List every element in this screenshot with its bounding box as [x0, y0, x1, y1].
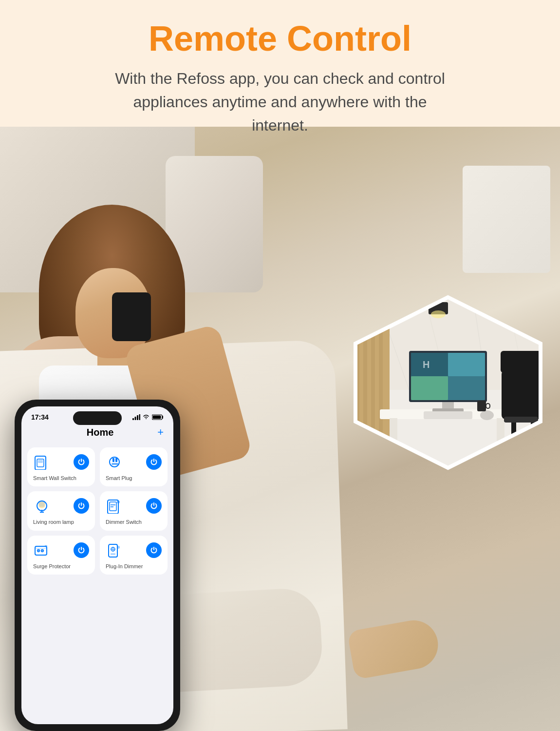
svg-rect-41 [139, 414, 141, 420]
dynamic-island [73, 411, 122, 425]
person-feet [347, 616, 442, 680]
svg-rect-40 [137, 415, 138, 420]
device-name-lamp: Living room lamp [33, 519, 89, 525]
device-card-lamp[interactable]: Living room lamp [27, 491, 95, 530]
svg-rect-48 [112, 458, 114, 462]
svg-rect-43 [153, 416, 161, 419]
status-icons [132, 414, 164, 420]
power-button-surge[interactable] [74, 542, 89, 558]
phone-mockup: 17:34 [15, 400, 180, 731]
svg-rect-24 [448, 353, 485, 376]
device-card-plugin-dimmer[interactable]: Plug-In Dimmer [100, 536, 168, 575]
device-name-plug: Smart Plug [106, 475, 162, 481]
signal-icon [132, 414, 140, 420]
main-title: Remote Control [49, 19, 511, 58]
svg-rect-36 [486, 404, 490, 408]
svg-point-59 [117, 500, 120, 503]
svg-rect-9 [363, 292, 367, 439]
switch-icon [33, 453, 51, 471]
battery-icon [152, 414, 164, 420]
dimmer-icon [106, 497, 123, 515]
power-button-dimmer[interactable] [146, 498, 162, 514]
svg-rect-56 [110, 502, 116, 511]
header: Remote Control With the Refoss app, you … [0, 0, 560, 152]
app-title: Home [43, 427, 157, 438]
plug-icon [106, 453, 123, 471]
svg-point-74 [117, 546, 120, 549]
hexagon-office: H [351, 292, 545, 473]
phone-screen: 17:34 [21, 406, 173, 724]
svg-rect-50 [112, 463, 118, 465]
svg-rect-46 [38, 460, 43, 463]
device-card-smart-plug[interactable]: Smart Plug [100, 447, 168, 486]
svg-rect-68 [45, 545, 47, 547]
power-button-switch[interactable] [74, 454, 89, 470]
wifi-status-icon [142, 414, 150, 420]
phone-frame: 17:34 [15, 400, 180, 731]
person-phone-prop [112, 292, 151, 341]
svg-point-15 [431, 310, 446, 318]
svg-rect-35 [477, 401, 486, 411]
device-name-dimmer: Dimmer Switch [106, 519, 162, 525]
plugin-dimmer-icon [106, 541, 123, 559]
device-card-surge[interactable]: Surge Protector [27, 536, 95, 575]
svg-rect-25 [411, 376, 448, 400]
svg-point-29 [480, 410, 494, 420]
app-header: Home + [21, 423, 173, 443]
svg-rect-39 [135, 417, 136, 420]
svg-rect-38 [132, 418, 134, 420]
device-name-plugin: Plug-In Dimmer [106, 563, 162, 570]
add-device-button[interactable]: + [157, 426, 164, 439]
svg-rect-10 [371, 292, 375, 439]
device-card-dimmer[interactable]: Dimmer Switch [100, 491, 168, 530]
device-name-surge: Surge Protector [33, 563, 89, 570]
subtitle: With the Refoss app, you can check and c… [110, 67, 450, 137]
status-time: 17:34 [31, 413, 49, 421]
nightstand [463, 166, 550, 273]
svg-rect-12 [394, 302, 414, 314]
svg-rect-28 [424, 411, 472, 419]
surge-icon [33, 541, 51, 559]
svg-rect-33 [504, 417, 538, 423]
device-card-smart-wall-switch[interactable]: Smart Wall Switch [27, 447, 95, 486]
device-name-switch: Smart Wall Switch [33, 475, 89, 481]
power-button-plugin[interactable] [146, 542, 162, 558]
lamp-icon [33, 497, 51, 515]
svg-rect-73 [111, 553, 115, 555]
svg-text:H: H [423, 359, 429, 370]
device-grid: Smart Wall Switch [21, 443, 173, 578]
subtitle-text: With the Refoss app, you can check and c… [115, 70, 445, 134]
svg-rect-49 [115, 458, 117, 462]
power-button-plug[interactable] [146, 454, 162, 470]
power-button-lamp[interactable] [74, 498, 89, 514]
svg-rect-26 [448, 376, 485, 400]
